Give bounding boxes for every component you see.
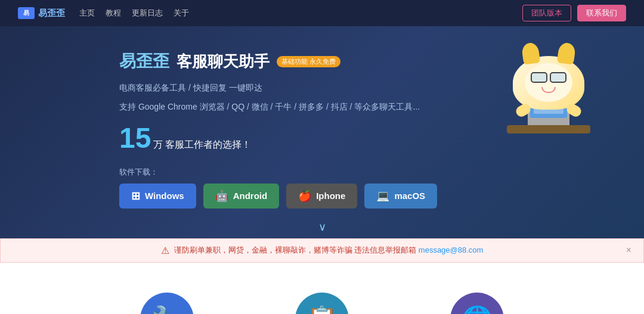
notice-email[interactable]: message@88.com (419, 245, 484, 254)
mascot (501, 44, 596, 151)
count-text: 客服工作者的选择！ (165, 139, 251, 151)
navbar-left: 易 易歪歪 主页 教程 更新日志 关于 (18, 7, 189, 19)
download-iphone-button[interactable]: 🍎 Iphone (286, 184, 357, 209)
wrench-icon: 🔧 (151, 304, 182, 314)
android-icon: 🤖 (215, 189, 228, 203)
scroll-down-icon: ∨ (318, 220, 326, 234)
macos-icon: 💻 (376, 189, 389, 203)
download-macos-button[interactable]: 💻 macOS (364, 184, 437, 209)
navbar-right: 团队版本 联系我们 (522, 5, 626, 21)
flexibility-icon: 📋 (306, 304, 338, 314)
hero-section: 易歪歪 客服聊天助手 基础功能 永久免费 电商客服必备工具 / 快捷回复 一键即… (0, 26, 644, 238)
feature-sync: 🌐 多人同步 支持一号多人同时使用,数据云同步 (423, 293, 531, 314)
download-label: 软件下载： (119, 167, 596, 178)
android-label: Android (233, 191, 268, 201)
navbar-logo: 易 易歪歪 (18, 7, 65, 19)
nav-about[interactable]: 关于 (174, 8, 189, 18)
warning-icon: ⚠ (161, 245, 169, 256)
windows-icon: ⊞ (131, 189, 140, 203)
download-windows-button[interactable]: ⊞ Windows (119, 184, 196, 209)
sync-icon-circle: 🌐 (450, 293, 504, 314)
feature-flexibility: 📋 高灵活性 没有你需要的APP？联系我们帮你适配 (268, 293, 376, 314)
free-badge: 基础功能 永久免费 (277, 56, 340, 67)
nav-tutorial[interactable]: 教程 (106, 8, 121, 18)
download-buttons: ⊞ Windows 🤖 Android 🍎 Iphone 💻 macOS (119, 184, 596, 209)
count-number: 15 (119, 124, 151, 153)
features-section: 🔧 匠心精神 每个产品细节设计,灰铃,都考虑到用户的使用体验 📋 高灵活性 没有… (0, 263, 644, 314)
feature-craftsmanship: 🔧 匠心精神 每个产品细节设计,灰铃,都考虑到用户的使用体验 (113, 293, 221, 314)
notice-text: 谨防刷单兼职，网贷，金融，裸聊敲诈，赌博等诈骗 违法信息举报邮箱 message… (174, 245, 484, 256)
nav-links: 主页 教程 更新日志 关于 (79, 8, 189, 18)
windows-label: Windows (145, 191, 184, 201)
iphone-label: Iphone (316, 191, 345, 201)
craftsmanship-icon-circle: 🔧 (140, 293, 194, 314)
navbar: 易 易歪歪 主页 教程 更新日志 关于 团队版本 联系我们 (0, 0, 644, 26)
count-unit: 万 (153, 139, 163, 151)
hero-subtitle: 客服聊天助手 (177, 51, 270, 72)
nav-home[interactable]: 主页 (79, 8, 95, 18)
flexibility-icon-circle: 📋 (295, 293, 349, 314)
logo-icon: 易 (18, 7, 35, 19)
team-version-button[interactable]: 团队版本 (522, 5, 571, 21)
network-icon: 🌐 (462, 304, 493, 314)
apple-icon: 🍎 (298, 189, 311, 203)
contact-button[interactable]: 联系我们 (577, 5, 626, 21)
brand-name: 易歪歪 (119, 50, 169, 73)
macos-label: macOS (394, 191, 425, 201)
logo-text: 易歪歪 (38, 8, 65, 19)
download-android-button[interactable]: 🤖 Android (203, 184, 280, 209)
notice-bar: ⚠ 谨防刷单兼职，网贷，金融，裸聊敲诈，赌博等诈骗 违法信息举报邮箱 messa… (0, 238, 644, 263)
notice-close-button[interactable]: × (626, 245, 631, 256)
nav-changelog[interactable]: 更新日志 (132, 8, 163, 18)
